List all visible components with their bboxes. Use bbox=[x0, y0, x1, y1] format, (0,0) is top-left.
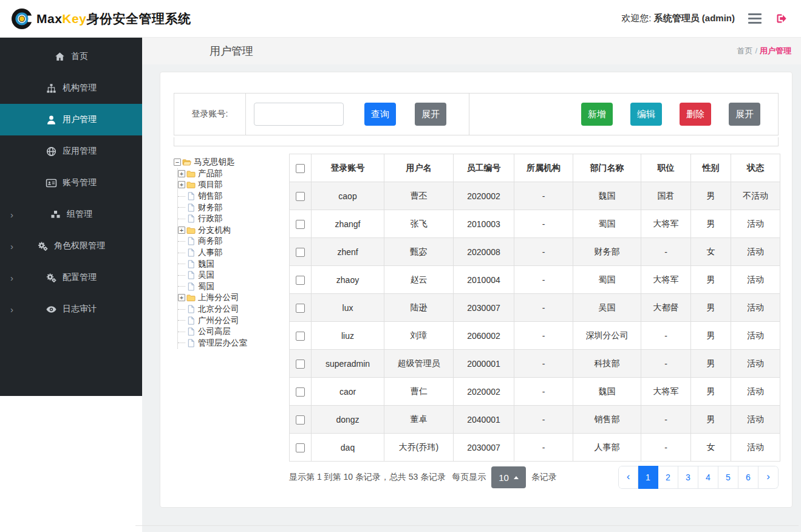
tree-node-label[interactable]: 项目部 bbox=[198, 179, 223, 190]
sidebar-item-audit[interactable]: ›日志审计 bbox=[0, 293, 142, 325]
page-size-select[interactable]: 10 bbox=[491, 466, 526, 488]
tree-node-label[interactable]: 商务部 bbox=[198, 236, 223, 247]
row-checkbox[interactable] bbox=[296, 360, 305, 369]
row-checkbox[interactable] bbox=[296, 304, 305, 313]
tree-node[interactable]: 蜀国 bbox=[178, 281, 288, 293]
tree-node-label[interactable]: 广州分公司 bbox=[198, 315, 239, 326]
tree-node[interactable]: 销售部 bbox=[178, 191, 288, 202]
tree-node[interactable]: 人事部 bbox=[178, 247, 288, 259]
column-header[interactable]: 部门名称 bbox=[573, 154, 641, 182]
expand-actions-button[interactable]: 展开 bbox=[729, 103, 760, 126]
column-header[interactable]: 职位 bbox=[641, 154, 691, 182]
tree-node-label[interactable]: 分支机构 bbox=[198, 225, 231, 236]
column-header[interactable]: 用户名 bbox=[384, 154, 454, 182]
row-checkbox[interactable] bbox=[296, 332, 305, 341]
table-row[interactable]: dongz董卓2040001-销售部-男活动 bbox=[290, 406, 780, 434]
row-checkbox[interactable] bbox=[296, 387, 305, 397]
add-button[interactable]: 新增 bbox=[581, 103, 613, 126]
expand-icon[interactable]: + bbox=[178, 181, 185, 188]
row-checkbox[interactable] bbox=[296, 415, 305, 425]
tree-node[interactable]: 行政部 bbox=[178, 213, 288, 225]
tree-node[interactable]: 广州分公司 bbox=[178, 315, 288, 326]
tree-node[interactable]: 管理层办公室 bbox=[178, 338, 288, 349]
tree-node[interactable]: −马克思钥匙 bbox=[174, 157, 288, 168]
table-row[interactable]: zhaoy赵云2010004-蜀国大将军男活动 bbox=[290, 266, 780, 294]
sidebar-item-org[interactable]: 机构管理 bbox=[0, 72, 142, 104]
page-button-4[interactable]: 4 bbox=[698, 466, 718, 489]
query-button[interactable]: 查询 bbox=[364, 103, 396, 126]
table-row[interactable]: zhenf甄宓2020008-财务部-女活动 bbox=[290, 238, 780, 266]
hamburger-icon[interactable] bbox=[747, 12, 763, 25]
column-header[interactable]: 登录账号 bbox=[312, 154, 384, 182]
table-cell: 大将军 bbox=[641, 378, 691, 406]
logout-icon[interactable] bbox=[775, 12, 788, 25]
login-account-input[interactable] bbox=[254, 103, 344, 126]
sidebar-item-apps[interactable]: 应用管理 bbox=[0, 135, 142, 167]
tree-node[interactable]: +项目部 bbox=[178, 179, 288, 191]
expand-search-button[interactable]: 展开 bbox=[415, 103, 446, 126]
column-header[interactable]: 员工编号 bbox=[454, 154, 514, 182]
table-row[interactable]: caop曹丕2020002-魏国国君男不活动 bbox=[290, 182, 780, 210]
sidebar-item-accounts[interactable]: 账号管理 bbox=[0, 167, 142, 199]
delete-button[interactable]: 删除 bbox=[680, 103, 711, 126]
select-all-checkbox[interactable] bbox=[296, 164, 305, 173]
table-row[interactable]: daq大乔(乔玮)2030007-人事部-女活动 bbox=[290, 434, 780, 462]
page-button-2[interactable]: 2 bbox=[658, 466, 678, 489]
tree-node[interactable]: +产品部 bbox=[178, 168, 288, 180]
row-checkbox[interactable] bbox=[296, 220, 305, 229]
page-button-1[interactable]: 1 bbox=[638, 466, 658, 489]
tree-node-label[interactable]: 财务部 bbox=[198, 202, 223, 213]
next-page-button[interactable]: › bbox=[758, 466, 779, 489]
tree-node-label[interactable]: 人事部 bbox=[198, 247, 223, 258]
row-checkbox[interactable] bbox=[296, 248, 305, 257]
sidebar-item-config[interactable]: ›配置管理 bbox=[0, 262, 142, 293]
tree-node-label[interactable]: 管理层办公室 bbox=[198, 338, 247, 349]
page-button-6[interactable]: 6 bbox=[738, 466, 758, 489]
tree-node-label[interactable]: 销售部 bbox=[198, 191, 223, 202]
sidebar-item-groups[interactable]: ›组管理 bbox=[0, 199, 142, 230]
expand-icon[interactable]: + bbox=[178, 294, 185, 301]
row-checkbox[interactable] bbox=[296, 443, 305, 452]
tree-node-label[interactable]: 上海分公司 bbox=[198, 292, 239, 303]
collapse-icon[interactable]: − bbox=[174, 159, 181, 166]
tree-node-label[interactable]: 行政部 bbox=[198, 213, 223, 224]
tree-node-label[interactable]: 马克思钥匙 bbox=[194, 157, 235, 168]
tree-node-label[interactable]: 公司高层 bbox=[198, 326, 231, 337]
column-header[interactable]: 状态 bbox=[731, 154, 780, 182]
tree-node[interactable]: 商务部 bbox=[178, 236, 288, 247]
tree-node[interactable]: 公司高层 bbox=[178, 326, 288, 338]
table-row[interactable]: zhangf张飞2010003-蜀国大将军男活动 bbox=[290, 210, 780, 238]
table-cell: - bbox=[514, 210, 573, 238]
expand-icon[interactable]: + bbox=[178, 227, 185, 234]
tree-node-label[interactable]: 蜀国 bbox=[198, 281, 214, 292]
table-row[interactable]: superadmin超级管理员2000001-科技部-男活动 bbox=[290, 350, 780, 378]
page-button-5[interactable]: 5 bbox=[718, 466, 738, 489]
tree-node[interactable]: 财务部 bbox=[178, 202, 288, 213]
table-row[interactable]: liuz刘璋2060002-深圳分公司-男活动 bbox=[290, 322, 780, 350]
tree-node[interactable]: 北京分公司 bbox=[178, 304, 288, 315]
tree-node[interactable]: +分支机构 bbox=[178, 225, 288, 236]
tree-node-label[interactable]: 北京分公司 bbox=[198, 304, 239, 315]
table-cell: 男 bbox=[691, 266, 731, 294]
sidebar-item-home[interactable]: 首页 bbox=[0, 41, 142, 72]
row-checkbox[interactable] bbox=[296, 192, 305, 201]
table-row[interactable]: caor曹仁2020002-魏国大将军男活动 bbox=[290, 378, 780, 406]
table-cell: 不活动 bbox=[731, 182, 780, 210]
column-header[interactable]: 所属机构 bbox=[514, 154, 573, 182]
sidebar-item-users[interactable]: 用户管理 bbox=[0, 104, 142, 135]
breadcrumb-home-link[interactable]: 首页 bbox=[737, 46, 752, 55]
page-button-3[interactable]: 3 bbox=[678, 466, 698, 489]
expand-icon[interactable]: + bbox=[178, 170, 185, 177]
tree-node[interactable]: +上海分公司 bbox=[178, 292, 288, 304]
tree-node[interactable]: 吴国 bbox=[178, 270, 288, 281]
edit-button[interactable]: 编辑 bbox=[630, 103, 662, 126]
prev-page-button[interactable]: ‹ bbox=[618, 466, 638, 489]
table-row[interactable]: lux陆逊2030007-吴国大都督男活动 bbox=[290, 294, 780, 322]
column-header[interactable]: 性别 bbox=[691, 154, 731, 182]
sidebar-item-roles[interactable]: ›角色权限管理 bbox=[0, 230, 142, 262]
tree-node-label[interactable]: 魏国 bbox=[198, 259, 214, 270]
tree-node-label[interactable]: 吴国 bbox=[198, 270, 214, 281]
tree-node[interactable]: 魏国 bbox=[178, 258, 288, 270]
row-checkbox[interactable] bbox=[296, 276, 305, 285]
tree-node-label[interactable]: 产品部 bbox=[198, 168, 223, 179]
